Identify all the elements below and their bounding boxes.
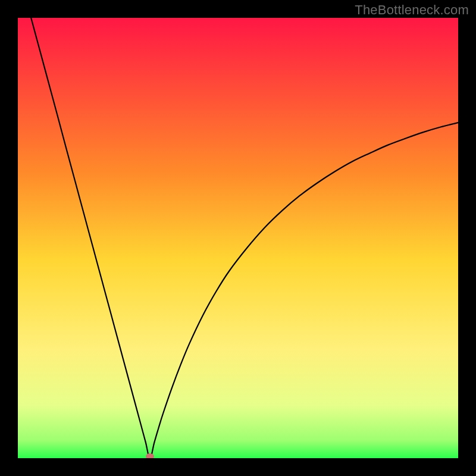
gradient-background (18, 18, 458, 458)
chart-outer: TheBottleneck.com (0, 0, 476, 476)
chart-svg (18, 18, 458, 458)
watermark-text: TheBottleneck.com (355, 2, 469, 18)
plot-frame (18, 18, 458, 458)
